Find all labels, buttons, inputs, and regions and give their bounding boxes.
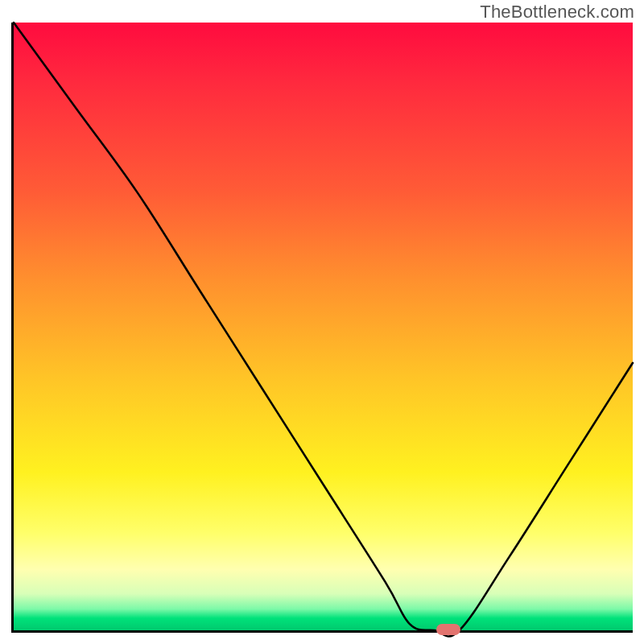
bottleneck-chart: TheBottleneck.com xyxy=(0,0,644,644)
curve-layer xyxy=(14,23,633,630)
optimal-point-marker xyxy=(436,624,460,635)
bottleneck-curve-path xyxy=(14,23,633,637)
watermark-text: TheBottleneck.com xyxy=(480,2,634,23)
plot-area xyxy=(11,23,633,633)
